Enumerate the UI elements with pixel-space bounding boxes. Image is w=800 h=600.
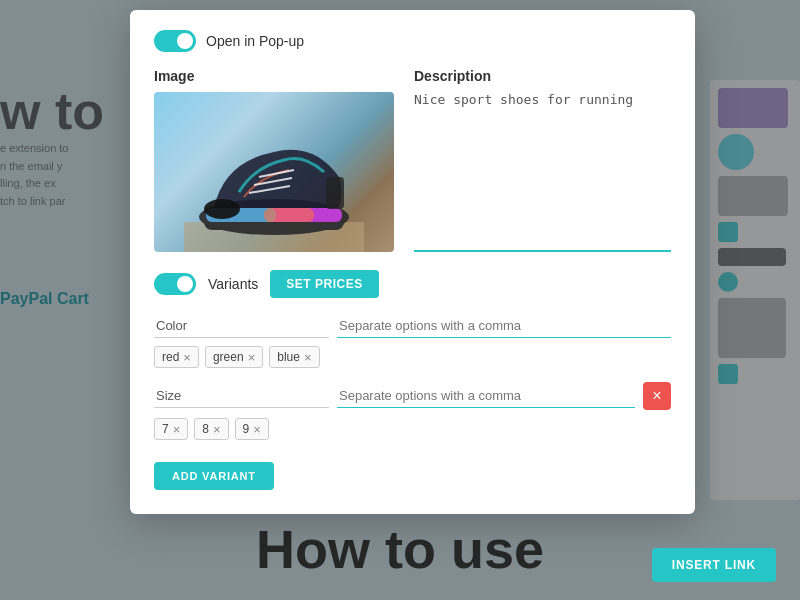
remove-size-variant-button[interactable]: ×	[643, 382, 671, 410]
tag-red-label: red	[162, 350, 179, 364]
set-prices-button[interactable]: SET PRICES	[270, 270, 378, 298]
tag-green-remove[interactable]: ×	[248, 351, 256, 364]
description-section: Description	[414, 68, 671, 252]
variant-color-options-input[interactable]	[337, 314, 671, 338]
tag-red-remove[interactable]: ×	[183, 351, 191, 364]
variant-size-block: × 7 × 8 × 9 ×	[154, 382, 671, 440]
tag-7-remove[interactable]: ×	[173, 423, 181, 436]
tag-green: green ×	[205, 346, 263, 368]
svg-point-9	[204, 199, 240, 219]
svg-rect-10	[326, 177, 344, 209]
tag-8-remove[interactable]: ×	[213, 423, 221, 436]
tag-green-label: green	[213, 350, 244, 364]
tag-7-label: 7	[162, 422, 169, 436]
variant-size-input-row: ×	[154, 382, 671, 410]
toggle-knob	[177, 33, 193, 49]
tag-blue-label: blue	[277, 350, 300, 364]
tag-7: 7 ×	[154, 418, 188, 440]
tag-9-remove[interactable]: ×	[253, 423, 261, 436]
add-variant-button[interactable]: ADD VARIANT	[154, 462, 274, 490]
variant-color-tags: red × green × blue ×	[154, 346, 671, 368]
description-textarea[interactable]	[414, 92, 671, 252]
variant-size-name-input[interactable]	[154, 384, 329, 408]
variant-color-block: red × green × blue ×	[154, 314, 671, 368]
variant-size-tags: 7 × 8 × 9 ×	[154, 418, 671, 440]
variant-size-options-input[interactable]	[337, 384, 635, 408]
popup-toggle-label: Open in Pop-up	[206, 33, 304, 49]
description-label: Description	[414, 68, 671, 84]
modal-dialog: Open in Pop-up Image	[130, 10, 695, 514]
tag-8: 8 ×	[194, 418, 228, 440]
shoe-svg-illustration	[184, 122, 364, 252]
image-section: Image	[154, 68, 394, 252]
tag-9: 9 ×	[235, 418, 269, 440]
tag-blue-remove[interactable]: ×	[304, 351, 312, 364]
tag-red: red ×	[154, 346, 199, 368]
shoe-image	[154, 92, 394, 252]
open-in-popup-toggle[interactable]	[154, 30, 196, 52]
svg-rect-5	[264, 208, 314, 222]
variants-toggle[interactable]	[154, 273, 196, 295]
image-label: Image	[154, 68, 394, 84]
tag-8-label: 8	[202, 422, 209, 436]
variants-toggle-label: Variants	[208, 276, 258, 292]
image-desc-row: Image	[154, 68, 671, 252]
tag-9-label: 9	[243, 422, 250, 436]
variants-toggle-knob	[177, 276, 193, 292]
popup-toggle-row: Open in Pop-up	[154, 30, 671, 52]
tag-blue: blue ×	[269, 346, 319, 368]
insert-link-button[interactable]: INSERT LINK	[652, 548, 776, 582]
variant-color-name-input[interactable]	[154, 314, 329, 338]
variants-row: Variants SET PRICES	[154, 270, 671, 298]
variant-color-input-row	[154, 314, 671, 338]
